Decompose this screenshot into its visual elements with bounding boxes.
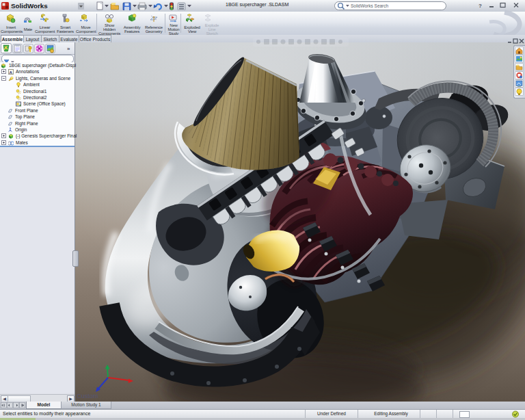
- svg-text:A: A: [10, 70, 13, 75]
- svg-text:»: »: [67, 46, 70, 52]
- svg-text:SolidWorks Search: SolidWorks Search: [351, 3, 389, 8]
- svg-text:SolidWorks: SolidWorks: [11, 2, 48, 10]
- svg-text:Custom: Custom: [77, 393, 98, 399]
- svg-text:?: ?: [479, 3, 482, 9]
